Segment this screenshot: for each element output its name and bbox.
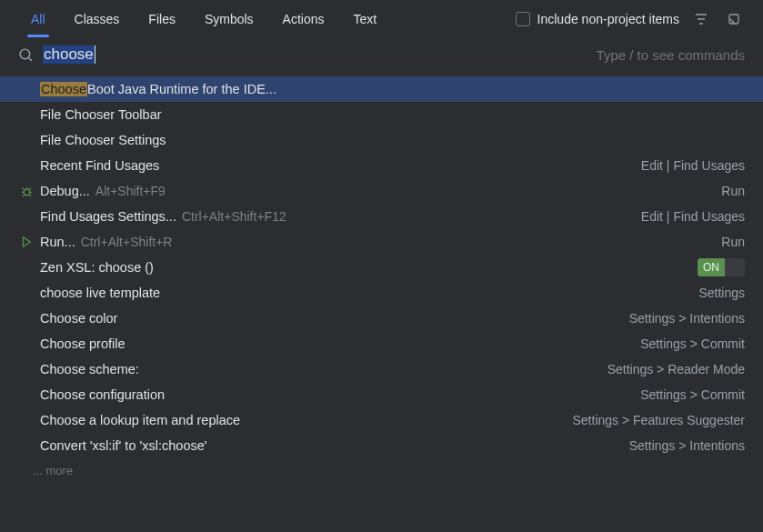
text-cursor xyxy=(95,45,95,64)
result-context: Settings > Intentions xyxy=(629,438,745,453)
result-row[interactable]: choose live templateSettings xyxy=(0,280,763,306)
result-label: File Chooser Toolbar xyxy=(40,107,745,122)
result-context: Settings > Features Suggester xyxy=(573,413,746,427)
result-label: Choose configuration xyxy=(40,387,635,402)
tab-actions[interactable]: Actions xyxy=(270,3,337,35)
result-row[interactable]: Run...Ctrl+Alt+Shift+RRun xyxy=(0,229,763,255)
tab-classes[interactable]: Classes xyxy=(62,3,133,35)
search-tabs: All Classes Files Symbols Actions Text I… xyxy=(0,0,763,38)
svg-point-2 xyxy=(24,189,30,196)
result-label: Choose scheme: xyxy=(40,362,602,376)
result-row[interactable]: Zen XSL: choose ()ON xyxy=(0,255,763,280)
result-label: choose live template xyxy=(40,286,693,300)
search-value: choose xyxy=(43,45,95,64)
result-label: Choose color xyxy=(40,311,624,326)
result-row[interactable]: Find Usages Settings...Ctrl+Alt+Shift+F1… xyxy=(0,204,763,229)
result-context: Run xyxy=(721,184,745,198)
include-non-project-checkbox[interactable]: Include non-project items xyxy=(516,12,679,26)
search-row: choose Type / to see commands xyxy=(0,38,763,75)
result-label: Run...Ctrl+Alt+Shift+R xyxy=(40,235,716,249)
result-row[interactable]: Choose configurationSettings > Commit xyxy=(0,382,763,407)
result-row[interactable]: Choose Boot Java Runtime for the IDE... xyxy=(0,76,763,102)
pin-icon[interactable] xyxy=(723,8,745,30)
result-row[interactable]: Choose scheme:Settings > Reader Mode xyxy=(0,356,763,382)
toggle-switch[interactable]: ON xyxy=(698,258,745,276)
result-row[interactable]: Convert 'xsl:if' to 'xsl:choose'Settings… xyxy=(0,433,763,458)
result-row[interactable]: File Chooser Toolbar xyxy=(0,102,763,127)
result-row[interactable]: Choose colorSettings > Intentions xyxy=(0,306,763,331)
result-context: Settings > Commit xyxy=(640,387,745,402)
result-context: Settings xyxy=(698,286,745,300)
result-context: Edit | Find Usages xyxy=(641,209,745,224)
checkbox-icon xyxy=(516,12,530,26)
result-row[interactable]: Choose profileSettings > Commit xyxy=(0,331,763,356)
result-context: Edit | Find Usages xyxy=(641,158,745,173)
result-label: Find Usages Settings...Ctrl+Alt+Shift+F1… xyxy=(40,209,636,224)
search-input[interactable]: choose xyxy=(43,45,587,64)
run-icon xyxy=(18,236,35,248)
result-row[interactable]: Recent Find UsagesEdit | Find Usages xyxy=(0,153,763,178)
tab-files[interactable]: Files xyxy=(136,3,188,35)
tab-symbols[interactable]: Symbols xyxy=(192,3,266,35)
result-label: Choose Boot Java Runtime for the IDE... xyxy=(40,82,745,96)
result-row[interactable]: Debug...Alt+Shift+F9Run xyxy=(0,178,763,204)
results-list: Choose Boot Java Runtime for the IDE...F… xyxy=(0,75,763,458)
result-context: Run xyxy=(721,235,745,249)
bug-icon xyxy=(18,185,35,198)
result-context: Settings > Commit xyxy=(640,336,745,351)
result-label: Recent Find Usages xyxy=(40,158,636,173)
svg-point-1 xyxy=(20,49,30,59)
tab-text[interactable]: Text xyxy=(341,3,390,35)
result-context: Settings > Intentions xyxy=(629,311,745,326)
result-label: Convert 'xsl:if' to 'xsl:choose' xyxy=(40,438,624,453)
search-icon xyxy=(18,47,34,63)
search-hint: Type / to see commands xyxy=(597,47,745,63)
result-row[interactable]: Choose a lookup item and replaceSettings… xyxy=(0,407,763,433)
result-label: Zen XSL: choose () xyxy=(40,260,692,275)
shortcut-label: Ctrl+Alt+Shift+F12 xyxy=(182,209,286,224)
more-link[interactable]: ... more xyxy=(0,458,763,483)
shortcut-label: Ctrl+Alt+Shift+R xyxy=(81,235,173,249)
result-label: Choose a lookup item and replace xyxy=(40,413,567,427)
shortcut-label: Alt+Shift+F9 xyxy=(95,184,166,198)
result-label: Choose profile xyxy=(40,336,635,351)
filter-icon[interactable] xyxy=(690,8,712,30)
result-label: Debug...Alt+Shift+F9 xyxy=(40,184,716,198)
result-context: Settings > Reader Mode xyxy=(607,362,745,376)
result-label: File Chooser Settings xyxy=(40,133,745,147)
result-row[interactable]: File Chooser Settings xyxy=(0,127,763,153)
include-label: Include non-project items xyxy=(537,12,679,26)
tab-all[interactable]: All xyxy=(18,3,58,35)
